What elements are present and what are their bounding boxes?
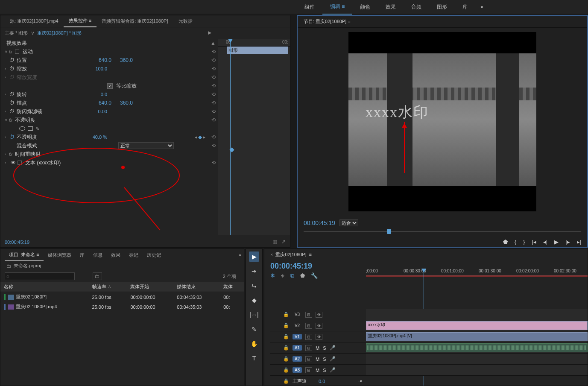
proj-tab-mark[interactable]: 标记 bbox=[125, 249, 143, 261]
lock-icon[interactable]: 🔒 bbox=[283, 367, 289, 373]
slip-tool-icon[interactable]: |↔| bbox=[249, 310, 259, 320]
reset-icon[interactable]: ⟲ bbox=[211, 57, 216, 63]
lock-icon[interactable]: 🔒 bbox=[283, 312, 289, 317]
in-point-icon[interactable]: { bbox=[515, 239, 516, 245]
anchor-y[interactable]: 360.0 bbox=[120, 100, 133, 106]
selection-tool-icon[interactable]: ▶ bbox=[249, 251, 259, 262]
goto-out-icon[interactable]: ▸| bbox=[577, 239, 581, 245]
proj-tab-media[interactable]: 媒体浏览器 bbox=[44, 249, 76, 261]
toggle-output-icon[interactable]: ⊟ bbox=[305, 323, 312, 329]
proj-tab-hist[interactable]: 历史记 bbox=[143, 249, 165, 261]
col-name[interactable]: 名称 bbox=[0, 282, 89, 292]
proj-tab-info[interactable]: 信息 bbox=[89, 249, 107, 261]
position-x[interactable]: 640.0 bbox=[99, 57, 111, 63]
ws-tab-components[interactable]: 组件 bbox=[297, 0, 322, 14]
motion-section[interactable]: ∨fx 运动 ⟲ bbox=[0, 47, 218, 56]
table-row[interactable]: 重庆02[1080P].mp4 25.00 fps00:00:00:0000:0… bbox=[0, 302, 244, 312]
reset-icon[interactable]: ⟲ bbox=[211, 74, 216, 80]
col-fps[interactable]: 帧速率 ∧ bbox=[89, 282, 127, 292]
master-level[interactable]: 0.0 bbox=[319, 379, 325, 384]
reset-icon[interactable]: ⟲ bbox=[211, 100, 216, 106]
lock-icon[interactable]: 🔒 bbox=[283, 378, 289, 384]
reset-icon[interactable]: ⟲ bbox=[211, 49, 216, 55]
scrub-handle[interactable] bbox=[387, 229, 391, 234]
position-y[interactable]: 360.0 bbox=[120, 57, 133, 63]
anchor-x[interactable]: 640.0 bbox=[99, 100, 111, 106]
mute-icon[interactable]: ⊟ bbox=[305, 345, 312, 351]
proj-tab-project[interactable]: 项目: 未命名 ≡ bbox=[5, 249, 44, 261]
table-row[interactable]: 重庆02[1080P] 25.00 fps00:00:00:0000:04:35… bbox=[0, 292, 244, 302]
lock-icon[interactable]: 🔒 bbox=[283, 323, 289, 328]
toggle-eye-icon[interactable]: 👁 bbox=[316, 312, 322, 318]
magnet-icon[interactable]: ⎆ bbox=[281, 272, 284, 279]
ws-tab-edit[interactable]: 编辑 ≡ bbox=[322, 0, 352, 15]
ws-tab-library[interactable]: 库 bbox=[455, 0, 475, 14]
ec-export-icon[interactable]: ↗ bbox=[281, 239, 286, 245]
reset-icon[interactable]: ⟲ bbox=[211, 134, 216, 140]
goto-in-icon[interactable]: |◂ bbox=[532, 239, 536, 245]
marker-tool-icon[interactable]: ⬟ bbox=[300, 272, 305, 279]
ec-breadcrumb-link[interactable]: 重庆02[1080P] * 图形 bbox=[37, 30, 82, 35]
rotation-value[interactable]: 0.0 bbox=[101, 92, 107, 97]
opacity-section[interactable]: ∨fx 不透明度 ⟲ bbox=[0, 116, 218, 124]
scale-value[interactable]: 100.0 bbox=[95, 66, 107, 71]
mic-icon[interactable]: 🎤 bbox=[330, 356, 336, 362]
play-icon[interactable]: ▶ bbox=[554, 239, 559, 245]
reset-icon[interactable]: ⟲ bbox=[211, 66, 216, 72]
toggle-eye-icon[interactable]: 👁 bbox=[316, 334, 322, 340]
ellipse-mask-icon[interactable] bbox=[19, 126, 25, 131]
program-canvas[interactable]: xxxx水印 bbox=[348, 32, 536, 211]
ws-tab-graphics[interactable]: 图形 bbox=[429, 0, 455, 14]
blend-mode-select[interactable]: 正常 bbox=[118, 142, 174, 149]
col-end[interactable]: 媒体结束 bbox=[173, 282, 220, 292]
ec-tab-effectcontrols[interactable]: 效果控件 ≡ bbox=[64, 15, 97, 27]
program-timecode[interactable]: 00:00:45:19 bbox=[304, 219, 335, 226]
ec-mini-timeline[interactable]: 0000: 图形 bbox=[218, 39, 290, 235]
mute-icon[interactable]: ⊟ bbox=[305, 356, 312, 362]
timeremap-section[interactable]: ›fx 时间重映射 bbox=[0, 150, 218, 158]
ec-timecode[interactable]: 00:00:45:19 bbox=[5, 240, 29, 245]
toggle-eye-icon[interactable]: 👁 bbox=[316, 323, 322, 329]
ec-drag-icon[interactable]: ▥ bbox=[272, 239, 277, 245]
timeline-clip[interactable]: xxxx水印 bbox=[366, 321, 588, 330]
reset-icon[interactable]: ⟲ bbox=[211, 108, 216, 114]
keyframe-nav[interactable]: ◂ ◆ ▸ bbox=[195, 134, 205, 140]
folder-icon[interactable]: 🗀 bbox=[6, 263, 11, 269]
reset-icon[interactable]: ⟲ bbox=[211, 143, 216, 149]
marker-icon[interactable]: ⬟ bbox=[503, 239, 508, 245]
wrench-icon[interactable]: 🔧 bbox=[311, 272, 318, 279]
reset-icon[interactable]: ⟲ bbox=[211, 83, 216, 89]
text-layer-section[interactable]: ›👁 文本 (xxxx水印) ⟲ bbox=[0, 158, 218, 167]
program-scrubber[interactable] bbox=[304, 229, 581, 234]
type-tool-icon[interactable]: T bbox=[249, 353, 259, 363]
snap-icon[interactable]: ❄ bbox=[270, 272, 275, 279]
new-bin-icon[interactable]: 🗀 bbox=[93, 272, 102, 280]
close-icon[interactable]: × bbox=[270, 252, 273, 257]
mic-icon[interactable]: 🎤 bbox=[330, 367, 336, 373]
ec-tab-audiomixer[interactable]: 音频剪辑混合器: 重庆02[1080P] bbox=[97, 15, 173, 27]
proj-more-icon[interactable]: » bbox=[236, 250, 244, 260]
out-point-icon[interactable]: } bbox=[523, 239, 525, 245]
toggle-output-icon[interactable]: ⊟ bbox=[305, 312, 312, 318]
toggle-output-icon[interactable]: ⊟ bbox=[305, 334, 312, 340]
ec-tab-metadata[interactable]: 元数据 bbox=[173, 15, 198, 27]
reset-icon[interactable]: ⟲ bbox=[211, 117, 216, 123]
ec-clip[interactable]: 图形 bbox=[227, 47, 288, 54]
search-input[interactable] bbox=[5, 272, 75, 280]
opacity-value[interactable]: 40.0 % bbox=[93, 135, 107, 140]
mute-icon[interactable]: ⊟ bbox=[305, 367, 312, 373]
pen-mask-icon[interactable]: ✎ bbox=[35, 126, 41, 132]
timeline-ruler[interactable]: ;00:00 00:00:30:00 00:01:00:00 00:01:30:… bbox=[366, 269, 588, 275]
proj-tab-fx[interactable]: 效果 bbox=[107, 249, 125, 261]
mic-icon[interactable]: 🎤 bbox=[330, 345, 336, 351]
lock-icon[interactable]: 🔒 bbox=[283, 334, 289, 339]
step-fwd-icon[interactable]: |▸ bbox=[565, 239, 570, 245]
linked-icon[interactable]: ⧉ bbox=[290, 272, 294, 279]
rect-mask-icon[interactable] bbox=[28, 126, 33, 131]
timeline-clip[interactable]: 重庆02[1080P].mp4 [V] bbox=[366, 332, 588, 341]
track-select-tool-icon[interactable]: ⇥ bbox=[249, 266, 259, 276]
razor-tool-icon[interactable]: ◆ bbox=[249, 295, 259, 305]
ripple-tool-icon[interactable]: ⇆ bbox=[249, 281, 259, 291]
pen-tool-icon[interactable]: ✎ bbox=[249, 324, 259, 334]
step-back-icon[interactable]: ◂| bbox=[543, 239, 547, 245]
